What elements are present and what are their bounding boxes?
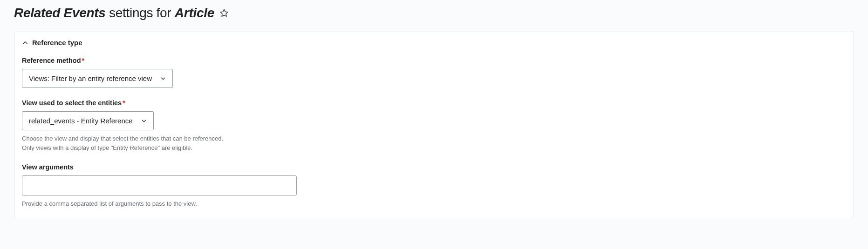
reference-method-select[interactable]: Views: Filter by an entity reference vie… [22, 69, 173, 88]
svg-marker-0 [220, 9, 228, 16]
chevron-up-icon [22, 40, 28, 46]
star-icon[interactable] [219, 8, 229, 18]
view-used-label: View used to select the entities* [22, 99, 846, 107]
required-mark: * [123, 99, 125, 107]
view-used-select[interactable]: related_events - Entity Reference [22, 111, 154, 130]
page-title-prefix: Related Events [14, 6, 106, 20]
required-mark: * [82, 57, 85, 64]
fieldset-toggle[interactable]: Reference type [14, 32, 854, 53]
view-arguments-description: Provide a comma separated list of argume… [22, 199, 283, 209]
view-arguments-label: View arguments [22, 163, 846, 171]
view-arguments-input[interactable] [22, 175, 297, 195]
view-used-description: Choose the view and display that select … [22, 134, 283, 152]
page-title-mid: settings for [106, 6, 175, 20]
reference-type-fieldset: Reference type Reference method* Views: … [14, 32, 854, 218]
page-title: Related Events settings for Article [14, 6, 214, 20]
reference-method-label: Reference method* [22, 57, 846, 64]
fieldset-title: Reference type [32, 39, 82, 47]
page-title-suffix: Article [175, 6, 214, 20]
